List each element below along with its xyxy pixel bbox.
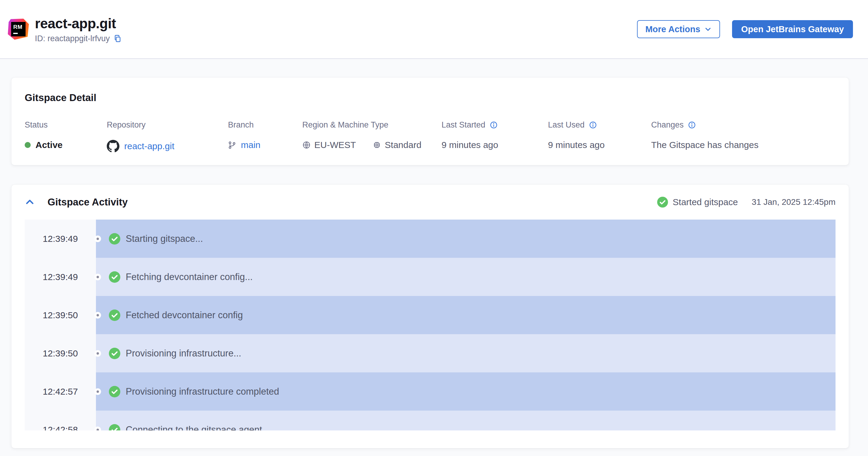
gitspace-id-label: ID: reactappgit-lrfvuy xyxy=(35,34,110,43)
region-value: EU-WEST xyxy=(314,140,356,150)
step-success-check-icon xyxy=(109,348,120,359)
log-row-message-cell: Fetched devcontainer config xyxy=(96,296,836,334)
step-success-check-icon xyxy=(109,386,120,397)
chevron-down-icon xyxy=(704,26,712,33)
open-jetbrains-gateway-button[interactable]: Open JetBrains Gateway xyxy=(732,20,853,38)
last-used-value: 9 minutes ago xyxy=(548,140,604,150)
more-actions-label: More Actions xyxy=(645,24,701,34)
activity-log-row: 12:39:50 Fetched devcontainer config xyxy=(25,296,836,334)
log-row-text: Starting gitspace... xyxy=(126,234,203,244)
step-success-check-icon xyxy=(109,233,120,245)
log-row-time: 12:39:50 xyxy=(25,296,96,334)
branch-column: Branch main xyxy=(228,120,302,152)
log-row-text: Fetched devcontainer config xyxy=(126,310,243,321)
log-row-time: 12:39:49 xyxy=(25,258,96,296)
activity-timestamp: 31 Jan, 2025 12:45pm xyxy=(752,197,836,207)
repository-link[interactable]: react-app.git xyxy=(124,141,175,151)
log-row-time: 12:39:50 xyxy=(25,334,96,372)
changes-label: Changes xyxy=(651,120,684,130)
log-row-time: 12:42:58 xyxy=(25,411,96,430)
branch-icon xyxy=(228,141,236,149)
more-actions-button[interactable]: More Actions xyxy=(637,20,720,38)
branch-label: Branch xyxy=(228,120,302,130)
log-row-message-cell: Provisioning infrastructure completed xyxy=(96,372,836,411)
info-icon[interactable] xyxy=(490,121,498,129)
timeline-dot-icon xyxy=(94,350,101,357)
started-gitspace-check-icon xyxy=(657,197,668,208)
log-row-message-cell: Starting gitspace... xyxy=(96,220,836,258)
last-started-label: Last Started xyxy=(441,120,486,130)
activity-status-text: Started gitspace xyxy=(673,197,738,207)
repository-column: Repository react-app.git xyxy=(107,120,228,152)
step-success-check-icon xyxy=(109,271,120,283)
status-active-dot-icon xyxy=(25,142,31,148)
info-icon[interactable] xyxy=(589,121,597,129)
activity-log-row: 12:42:58 Connecting to the gitspace agen… xyxy=(25,411,836,430)
info-icon[interactable] xyxy=(688,121,696,129)
status-value: Active xyxy=(35,140,63,150)
last-used-column: Last Used 9 minutes ago xyxy=(548,120,651,152)
activity-log[interactable]: 12:39:49 Starting gitspace... 12:39:49 xyxy=(25,220,836,430)
activity-log-row: 12:39:49 Fetching devcontainer config... xyxy=(25,258,836,296)
copy-icon[interactable] xyxy=(114,34,122,43)
rubymine-logo-text: RM xyxy=(13,24,23,30)
rubymine-logo-monogram: RM xyxy=(11,22,26,36)
repository-label: Repository xyxy=(107,120,228,130)
github-icon xyxy=(107,140,119,152)
timeline-dot-icon xyxy=(94,312,101,318)
main-content: Gitspace Detail Status Active Repository xyxy=(0,59,868,448)
activity-log-row: 12:39:49 Starting gitspace... xyxy=(25,220,836,258)
last-started-value: 9 minutes ago xyxy=(441,140,498,150)
last-used-label: Last Used xyxy=(548,120,585,130)
log-row-message-cell: Fetching devcontainer config... xyxy=(96,258,836,296)
region-machine-label: Region & Machine Type xyxy=(302,120,441,130)
timeline-dot-icon xyxy=(94,236,101,242)
region-machine-column: Region & Machine Type EU-WEST xyxy=(302,120,441,152)
open-gateway-label: Open JetBrains Gateway xyxy=(741,24,844,34)
detail-card-title: Gitspace Detail xyxy=(25,92,836,103)
status-column: Status Active xyxy=(25,120,107,152)
globe-icon xyxy=(302,141,311,149)
log-row-time: 12:39:49 xyxy=(25,220,96,258)
log-row-text: Connecting to the gitspace agent... xyxy=(126,424,270,431)
branch-link[interactable]: main xyxy=(241,140,260,150)
changes-column: Changes The Gitspace has changes xyxy=(651,120,836,152)
activity-log-row: 12:42:57 Provisioning infrastructure com… xyxy=(25,372,836,411)
gitspace-activity-card: Gitspace Activity Started gitspace 31 Ja… xyxy=(11,185,849,448)
collapse-chevron-up-icon[interactable] xyxy=(25,197,35,207)
log-row-time: 12:42:57 xyxy=(25,372,96,411)
gitspace-detail-card: Gitspace Detail Status Active Repository xyxy=(11,78,849,165)
log-row-text: Fetching devcontainer config... xyxy=(126,272,253,282)
rubymine-logo-icon: RM xyxy=(8,19,29,40)
machine-chip-icon xyxy=(373,141,381,149)
log-row-text: Provisioning infrastructure completed xyxy=(126,386,279,397)
top-header: RM react-app.git ID: reactappgit-lrfvuy … xyxy=(0,0,868,59)
step-success-check-icon xyxy=(109,309,120,321)
step-success-check-icon xyxy=(109,424,120,431)
activity-log-row: 12:39:50 Provisioning infrastructure... xyxy=(25,334,836,372)
changes-value: The Gitspace has changes xyxy=(651,140,758,150)
page-title: react-app.git xyxy=(35,16,122,32)
status-label: Status xyxy=(25,120,107,130)
activity-title: Gitspace Activity xyxy=(48,196,128,208)
last-started-column: Last Started 9 minutes ago xyxy=(441,120,548,152)
machine-type-value: Standard xyxy=(385,140,422,150)
rubymine-logo-underscore xyxy=(13,33,18,34)
log-row-message-cell: Connecting to the gitspace agent... xyxy=(96,411,836,430)
timeline-dot-icon xyxy=(94,274,101,280)
log-row-text: Provisioning infrastructure... xyxy=(126,348,241,359)
log-row-message-cell: Provisioning infrastructure... xyxy=(96,334,836,372)
timeline-dot-icon xyxy=(94,388,101,395)
